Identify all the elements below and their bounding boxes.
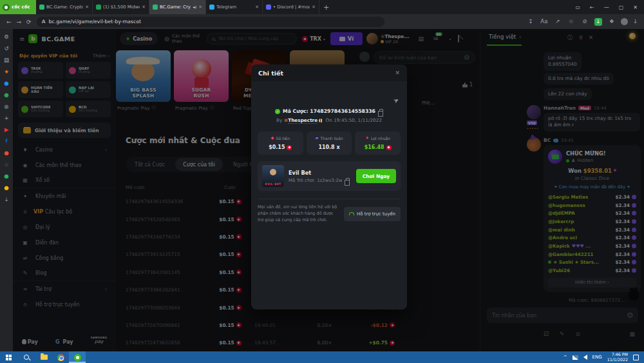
minimize-button[interactable]: —	[604, 5, 609, 10]
browser-sidebar-icon[interactable]: ●	[4, 185, 8, 191]
stat-value: $16.48	[365, 144, 384, 150]
tab-close-icon[interactable]: ✕	[312, 5, 316, 10]
game-thumbnail[interactable]: EVIL BET	[262, 165, 284, 187]
cast-icon[interactable]: ▭	[575, 5, 580, 10]
modal-title: Chi tiết	[258, 70, 283, 77]
nav-forward-icon[interactable]: →	[17, 19, 22, 25]
stat-label: Số tiền	[276, 136, 290, 141]
tab-audio-icon[interactable]: ◄)	[193, 5, 196, 9]
nav-back-icon[interactable]: ←	[6, 19, 12, 25]
browser-side-strip: ⚙↺▤★●●●+▶f●●●●⇣	[0, 29, 13, 351]
bet-author[interactable]: Thespectre	[288, 117, 317, 124]
headphones-icon	[349, 212, 354, 215]
browser-sidebar-icon[interactable]: ●	[4, 173, 8, 179]
browser-toolbar-icon[interactable]: Aa	[540, 18, 548, 26]
game-name: Evil Bet	[289, 170, 352, 176]
browser-toolbar-icon[interactable]: ↧	[527, 18, 535, 26]
trx-coin-icon	[287, 145, 292, 150]
tray-expand-icon[interactable]: ^	[564, 355, 567, 360]
divider	[258, 199, 401, 199]
close-button[interactable]: ✕	[633, 5, 638, 10]
tab-title: Telegram	[216, 5, 253, 10]
url-text: bc.game/vi/game/evil-bet-by-mascot	[48, 19, 141, 25]
trx-coin-icon	[386, 145, 392, 150]
window-controls: ▭ ← — ▢ ✕	[575, 5, 644, 10]
browser-tab[interactable]: BC.Game: Crypto Casino Gan ◄) ✕	[36, 0, 93, 14]
browser-sidebar-icon[interactable]: ●	[4, 150, 8, 156]
browser-sidebar-icon[interactable]: f	[6, 139, 8, 144]
browser-sidebar-icon[interactable]: ⇣	[4, 197, 8, 202]
browser-sidebar-icon[interactable]: ●	[4, 104, 8, 110]
tab-title: BC.Game: Crypto Casino	[160, 5, 191, 10]
stat-value: 110.8 x	[318, 144, 339, 150]
nav-reload-icon[interactable]: ⟳	[26, 19, 32, 25]
support-button[interactable]: Hỗ trợ trực tuyến	[344, 207, 401, 221]
browser-tab[interactable]: BC.Game: Crypto Casino ◄) ✕	[149, 0, 206, 14]
browser-toolbar-icon[interactable]: ⊘	[581, 18, 589, 26]
language-indicator[interactable]: ENG	[592, 355, 602, 360]
tab-close-icon[interactable]: ✕	[255, 5, 259, 10]
file-explorer-icon[interactable]	[35, 351, 52, 363]
speaker-icon[interactable]	[583, 355, 587, 360]
browser-sidebar-icon[interactable]: ▶	[5, 127, 9, 133]
windows-taskbar: ^ ENG 7:46 PM11/1/2022	[0, 351, 644, 363]
taskbar-search-icon[interactable]	[24, 355, 29, 360]
browser-sidebar-icon[interactable]: ↺	[4, 46, 8, 52]
start-button[interactable]	[6, 355, 12, 360]
copy-icon[interactable]	[379, 109, 383, 113]
stat-value: $0.15	[269, 144, 285, 150]
downloads-icon[interactable]: ↓	[633, 19, 638, 25]
notification-center-icon[interactable]	[633, 355, 639, 360]
bee-emoji	[319, 119, 323, 123]
taskbar-clock[interactable]: 7:46 PM11/1/2022	[607, 352, 628, 362]
browser-sidebar-icon[interactable]: ●	[4, 162, 8, 168]
address-toolbar: ↧Aa↗☆⊘↓❖	[527, 18, 616, 26]
tab-favicon	[39, 5, 44, 10]
tab-favicon	[209, 5, 214, 10]
back-arrow-icon[interactable]: ←	[590, 5, 594, 10]
bet-stat-card: ♦Lợi nhuận $16.48	[355, 132, 401, 155]
chrome-icon[interactable]	[52, 351, 69, 363]
new-tab-button[interactable]: +	[323, 3, 329, 12]
tab-close-icon[interactable]: ✕	[85, 5, 89, 10]
stat-icon: ▰	[315, 135, 318, 141]
profile-avatar-icon[interactable]	[621, 18, 628, 25]
tab-close-icon[interactable]: ✕	[198, 5, 202, 10]
browser-toolbar-icon[interactable]: ❖	[608, 18, 616, 26]
maximize-button[interactable]: ▢	[619, 5, 624, 10]
browser-toolbar-icon[interactable]: ☆	[567, 18, 575, 26]
browser-tab[interactable]: • Discord | #mod-announc ◄) ✕	[263, 0, 319, 14]
site-info-icon[interactable]: A	[42, 19, 46, 25]
bcgame-app: ≡ b BC.GAME Đặc quyền VIP của tôi Thêm ›…	[13, 29, 644, 351]
browser-sidebar-icon[interactable]: ★	[4, 69, 9, 75]
tab-favicon	[96, 5, 101, 10]
coccoc-taskbar-icon[interactable]	[69, 351, 86, 363]
modal-close-icon[interactable]: ✕	[395, 70, 400, 76]
bet-datetime: 19:45:50, 1/11/2022	[334, 117, 382, 123]
browser-sidebar-icon[interactable]: ●	[4, 81, 8, 86]
bet-stat-card: ▰Thanh toán 110.8 x	[307, 132, 352, 155]
game-row: EVIL BET Evil Bet Mã Trò chơi: 1z2wv3:2w…	[258, 161, 401, 191]
share-icon[interactable]: ➤	[392, 96, 400, 105]
browser-sidebar-icon[interactable]: +	[4, 115, 8, 121]
brand-label: cốc cốc	[12, 5, 30, 10]
url-field[interactable]: A bc.game/vi/game/evil-bet-by-mascot	[37, 17, 384, 27]
stat-icon: ◆	[271, 135, 274, 141]
bet-stats: ◆Số tiền $0.15 ▰Thanh toán 110.8 x ♦Lợi …	[258, 132, 401, 155]
play-now-button[interactable]: Chơi Ngay	[356, 169, 396, 183]
tab-title: • Discord | #mod-announc	[273, 5, 310, 10]
browser-tab[interactable]: (1) $1,500 Midweek Mascot ◄) ✕	[93, 0, 149, 14]
stat-icon: ♦	[365, 135, 369, 141]
network-icon[interactable]	[573, 355, 578, 360]
coccoc-brand[interactable]: cốc cốc	[0, 0, 36, 14]
browser-sidebar-icon[interactable]: ▤	[4, 57, 9, 63]
browser-tab[interactable]: Telegram ◄) ✕	[206, 0, 263, 14]
browser-toolbar-icon[interactable]: ↗	[554, 18, 562, 26]
browser-sidebar-icon[interactable]: ●	[4, 92, 8, 98]
support-text: Mọi vấn đề, xin vui lòng liên hệ với bộ …	[258, 204, 339, 223]
browser-sidebar-icon[interactable]: ⚙	[4, 34, 9, 40]
tab-close-icon[interactable]: ✕	[142, 5, 146, 10]
copy-icon[interactable]	[346, 178, 350, 182]
bet-id-text: Mã Cược: 1748297843614558336	[283, 108, 375, 114]
browser-toolbar-icon[interactable]: ↓	[594, 18, 602, 26]
